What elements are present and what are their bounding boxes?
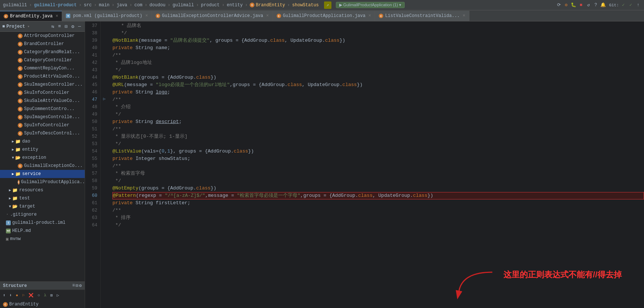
sidebar-item-target[interactable]: ▼ 📂 target	[0, 202, 85, 211]
question-icon[interactable]: ?	[593, 2, 599, 8]
code-editor[interactable]: * 品牌名 */ @NotBlank(message = "品牌名必须提交", …	[108, 21, 644, 308]
tab-list-value[interactable]: C ListValueConstraintValida... ×	[375, 11, 469, 21]
code-line-49: */	[112, 111, 644, 118]
sidebar-item-attr-group[interactable]: C AttrGroupController	[0, 32, 85, 40]
struct-icon-4[interactable]: ⚐	[22, 293, 25, 298]
tab-application-java[interactable]: C GulimallProductApplication.java ×	[273, 11, 375, 21]
sidebar-item-dao[interactable]: ▶ 📁 dao	[0, 137, 85, 146]
sidebar-expand-icon[interactable]: ⇆	[50, 24, 56, 30]
sidebar-filter-icon[interactable]: ⊟	[63, 24, 69, 30]
code-line-64: */	[112, 222, 644, 229]
breadcrumb-brand-entity[interactable]: BrandEntity	[256, 3, 285, 8]
breadcrumb-gulimall[interactable]: gulimall	[173, 3, 194, 8]
breadcrumb-module[interactable]: gulimall-product	[34, 3, 77, 8]
tab-pom-xml-close[interactable]: ×	[145, 13, 148, 18]
breadcrumb-java[interactable]: java	[117, 3, 127, 8]
sidebar-item-category-controller[interactable]: C CategoryController	[0, 56, 85, 64]
struct-icon-9[interactable]: ▷	[57, 293, 59, 298]
struct-icon-8[interactable]: ⊞	[50, 293, 53, 298]
breadcrumb-src[interactable]: src	[84, 3, 92, 8]
code-line-38: */	[112, 30, 644, 37]
sidebar-item-spu-info[interactable]: C SpuInfoController	[0, 121, 85, 129]
tab-pom-xml-icon: m	[66, 14, 70, 18]
sidebar-item-gitignore[interactable]: · .gitignore	[0, 211, 85, 219]
run-config-button[interactable]: ▶ GulimallProductApplication (1) ▾	[336, 2, 405, 8]
java-c-icon2: C	[18, 42, 23, 47]
stop-icon[interactable]: ■	[578, 2, 584, 8]
tab-brand-entity[interactable]: C BrandEntity.java ×	[0, 11, 62, 21]
navigation-icon[interactable]: ↗	[324, 1, 331, 9]
struct-icon-6[interactable]: ○	[38, 293, 40, 298]
breadcrumb-entity[interactable]: entity	[227, 3, 243, 8]
debug-icon[interactable]: 🐛	[571, 2, 577, 8]
sidebar-sort-icon[interactable]: ≡	[57, 24, 63, 30]
sidebar-item-entity[interactable]: ▶ 📁 entity	[0, 146, 85, 154]
sidebar-item-test[interactable]: ▶ 📁 test	[0, 194, 85, 202]
java-c-icon10: C	[18, 107, 23, 112]
sidebar-item-sku-sale[interactable]: C SkuSaleAttrValueCo...	[0, 97, 85, 105]
structure-filter-icon[interactable]: ⊟	[76, 283, 78, 288]
tab-app-icon: C	[277, 14, 281, 18]
struct-icon-2[interactable]: ⬇	[9, 293, 12, 298]
code-line-62: /**	[112, 207, 644, 214]
sidebar-item-entity-label: entity	[22, 147, 38, 152]
struct-icon-3[interactable]: ●	[16, 293, 18, 298]
sidebar-item-gulimall-app-label: GulimallProductApplica...	[21, 179, 85, 185]
breadcrumb-project[interactable]: gulimall1	[3, 3, 27, 8]
sidebar-item-gulimall-exception[interactable]: C GulimallExceptionCo...	[0, 162, 85, 170]
sidebar-item-mvnw[interactable]: ▣ mvnw	[0, 235, 85, 243]
sidebar-item-spu-info-desc[interactable]: C SpuInfoDescControl...	[0, 129, 85, 137]
sidebar-item-comment-label: CommentReplayCon...	[24, 66, 75, 71]
structure-sort-icon[interactable]: ≡	[72, 283, 75, 288]
gitignore-icon: ·	[6, 212, 9, 217]
sidebar-item-resources-label: resources	[19, 188, 43, 193]
entity-folder-icon: 📁	[15, 147, 21, 153]
sidebar-item-spu-images[interactable]: C SpuImagesControlle...	[0, 113, 85, 121]
sidebar-item-comment-replay[interactable]: C CommentReplayCon...	[0, 64, 85, 72]
tab-brand-entity-close[interactable]: ×	[55, 14, 58, 19]
breadcrumb-main[interactable]: main	[99, 3, 109, 8]
sidebar-item-brand-controller[interactable]: C BrandController	[0, 40, 85, 48]
notification-icon[interactable]: 🔔	[600, 2, 606, 8]
update-icon[interactable]: ↺	[586, 2, 591, 8]
struct-icon-5[interactable]: ❌	[28, 293, 34, 298]
structure-brand-entity: C BrandEntity	[0, 301, 85, 308]
struct-icon-1[interactable]: ⬆	[3, 293, 6, 298]
git-check2-icon[interactable]: ✓	[628, 2, 634, 8]
sidebar-dropdown-icon[interactable]: ▾	[27, 24, 30, 29]
sidebar-item-exception[interactable]: ▼ 📂 exception	[0, 154, 85, 162]
sidebar-item-category-brand[interactable]: C CategoryBrandRelat...	[0, 48, 85, 56]
sidebar-item-sku-info[interactable]: C SkuInfoController	[0, 89, 85, 97]
tab-pom-xml[interactable]: m pom.xml (gulimall-product) ×	[62, 11, 152, 21]
tab-list-value-close[interactable]: ×	[463, 13, 465, 18]
sidebar-item-iml[interactable]: i gulimall-product.iml	[0, 219, 85, 227]
sidebar-settings-icon[interactable]: ⚙	[70, 24, 76, 30]
breadcrumb-product[interactable]: product	[201, 3, 219, 8]
sidebar-item-help-md[interactable]: md HELP.md	[0, 227, 85, 235]
settings-icon[interactable]: ⚙	[563, 2, 569, 8]
sidebar-item-resources[interactable]: ▶ 📁 resources	[0, 186, 85, 194]
struct-icon-7[interactable]: λ	[44, 293, 47, 298]
sidebar-close-icon[interactable]: —	[77, 24, 82, 30]
sidebar-item-spu-comment[interactable]: C SpuCommentContro...	[0, 105, 85, 113]
git-up-icon[interactable]: ↑	[635, 2, 641, 8]
sidebar-item-gulimall-app[interactable]: C GulimallProductApplica...	[0, 178, 85, 186]
tab-app-close[interactable]: ×	[368, 13, 371, 18]
breadcrumb-show-status[interactable]: showStatus	[292, 3, 319, 8]
breadcrumb-com[interactable]: com	[134, 3, 142, 8]
java-c-icon14: C	[18, 164, 23, 168]
code-area[interactable]: 37 38 39 40 41 42 43 44 45 46 47 48 49 5…	[85, 21, 644, 308]
sidebar-item-attr-group-label: AttrGroupController	[24, 33, 75, 38]
sidebar-toolbar: ■ Project ▾ ⇆ ≡ ⊟ ⚙ —	[0, 21, 85, 32]
refresh-icon[interactable]: ⟳	[556, 2, 562, 8]
breadcrumb-doudou[interactable]: doudou	[149, 3, 165, 8]
sidebar-item-sku-images[interactable]: C SkuImagesController...	[0, 81, 85, 89]
target-arrow-icon: ▼	[9, 205, 11, 209]
tab-exception-advice[interactable]: C GulimallExceptionControllerAdvice.java…	[152, 11, 273, 21]
structure-settings-icon[interactable]: ⚙	[79, 283, 82, 288]
sidebar-item-service[interactable]: ▶ 📁 service	[0, 170, 85, 178]
main-layout: ■ Project ▾ ⇆ ≡ ⊟ ⚙ — C AttrGroupControl…	[0, 21, 644, 308]
git-check-icon[interactable]: ✓	[620, 2, 626, 8]
tab-exception-close[interactable]: ×	[266, 13, 269, 18]
sidebar-item-product-attr[interactable]: C ProductAttrValueCo...	[0, 72, 85, 81]
